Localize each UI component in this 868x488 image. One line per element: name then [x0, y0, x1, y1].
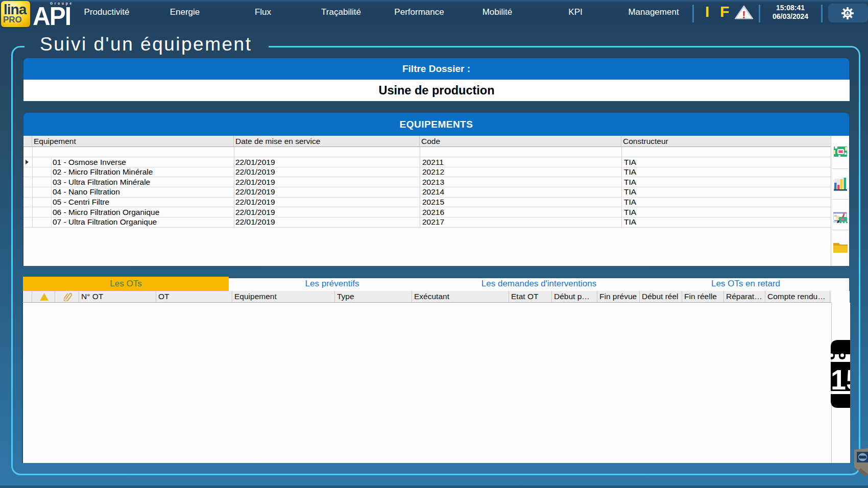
svg-text:15: 15	[831, 363, 850, 396]
svg-text:!: !	[742, 9, 746, 20]
